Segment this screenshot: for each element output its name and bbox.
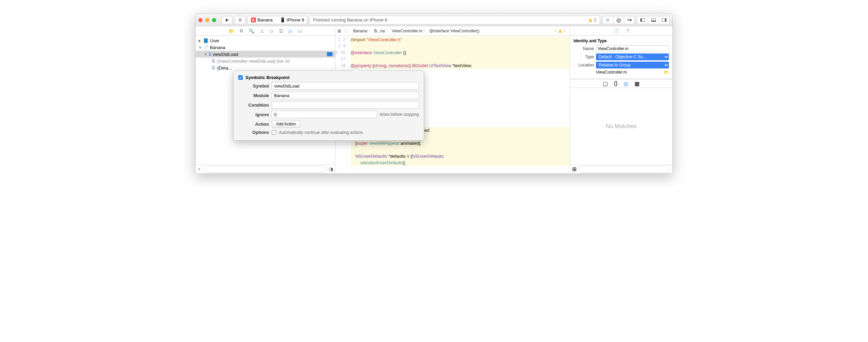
project-navigator-tab[interactable]: 📁 xyxy=(228,28,234,34)
action-label: Action xyxy=(238,122,269,127)
tree-row-breakpoint-item[interactable]: 𝚺 -[Deta... xyxy=(196,64,335,71)
tree-row-breakpoint-group[interactable]: ▼ 𝚺 viewDidLoad xyxy=(196,51,335,58)
path-value: ViewController.m xyxy=(596,70,627,75)
file-template-library-tab[interactable]: ▢ xyxy=(603,80,608,87)
run-button[interactable] xyxy=(222,16,233,24)
warning-icon xyxy=(558,29,562,33)
version-editor-button[interactable]: ↪ xyxy=(624,16,635,24)
condition-field[interactable] xyxy=(272,101,419,109)
app-icon: 🅰️ xyxy=(251,17,256,22)
toggle-debug-area-button[interactable] xyxy=(648,16,659,24)
pane-toggle-group xyxy=(637,16,670,24)
reveal-in-finder-icon[interactable]: 📁 xyxy=(664,70,669,75)
stop-button[interactable] xyxy=(235,16,245,24)
find-navigator-tab[interactable]: 🔍 xyxy=(249,28,254,34)
library-footer: ⊞ xyxy=(570,165,672,173)
options-text: Automatically continue after evaluating … xyxy=(279,130,363,135)
location-label: Location xyxy=(573,63,594,67)
toggle-utilities-button[interactable] xyxy=(659,16,670,24)
scheme-app-label: Banana xyxy=(257,17,273,22)
code-snippet-library-tab[interactable]: {} xyxy=(614,80,618,87)
breakpoint-enabled-checkbox[interactable] xyxy=(238,75,243,80)
section-title: Identity and Type xyxy=(573,38,669,43)
library-selector-bar: ▢ {} ◎ ▦ xyxy=(570,79,672,88)
add-action-button[interactable]: Add Action xyxy=(272,120,300,128)
jump-seg[interactable]: B...na xyxy=(374,29,385,33)
tree-row-user[interactable]: ▶ 📘 User xyxy=(196,37,335,44)
disclosure-icon[interactable]: ▼ xyxy=(204,52,207,56)
forward-issue-button[interactable]: 〉 xyxy=(564,28,568,34)
debug-navigator-tab[interactable]: ☰ xyxy=(279,28,283,34)
standard-editor-button[interactable]: ≡ xyxy=(602,16,613,24)
module-label: Module xyxy=(238,93,269,98)
related-items-icon[interactable]: ⊞ xyxy=(338,29,341,33)
tree-row-breakpoint-item[interactable]: 𝚺 -[ViewController viewDidLoad] line 10 xyxy=(196,58,335,64)
condition-label: Condition xyxy=(238,103,269,108)
symbol-icon: 𝚺 xyxy=(212,58,215,64)
library-filter-field[interactable] xyxy=(579,166,670,173)
symbol-navigator-tab[interactable]: ⧉ xyxy=(240,28,243,34)
type-select[interactable]: Default - Objective-C So... xyxy=(596,53,669,60)
scheme-device-label: iPhone 6 xyxy=(287,17,304,22)
file-inspector-tab[interactable]: 📄 xyxy=(613,28,619,34)
library-content: No Matches xyxy=(570,88,672,165)
warning-badge[interactable]: 2 xyxy=(588,18,596,22)
name-field[interactable] xyxy=(596,45,669,52)
assistant-editor-button[interactable]: ◎ xyxy=(613,16,624,24)
jump-seg[interactable]: Banana xyxy=(353,29,367,33)
breakpoint-enabled-indicator[interactable] xyxy=(327,52,333,56)
close-window-button[interactable] xyxy=(198,18,203,22)
titlebar: 🅰️ Banana 〉 📱 iPhone 6 Finished running … xyxy=(196,14,672,26)
left-panel-icon xyxy=(640,18,645,22)
tree-row-project[interactable]: ▼ 📄 Banana xyxy=(196,44,335,51)
symbol-field[interactable] xyxy=(272,82,419,90)
jump-bar[interactable]: ⊞ 〈 〉 Banana〉 B...na〉 ViewController.m〉 … xyxy=(335,26,570,36)
inspector-selector-bar: 📄 ? xyxy=(570,26,672,36)
jump-seg[interactable]: @interface ViewController() xyxy=(429,29,479,33)
jump-seg[interactable]: ViewController.m xyxy=(392,29,422,33)
play-icon xyxy=(226,18,229,22)
back-button[interactable]: 〈 xyxy=(342,28,346,34)
symbol-icon: 𝚺 xyxy=(209,51,211,57)
forward-button[interactable]: 〉 xyxy=(348,28,352,34)
view-mode-button[interactable]: ⊞ xyxy=(572,166,577,172)
navigator-selector-bar: 📁 ⧉ 🔍 ⚠ ◇ ☰ ▷ ▭ xyxy=(196,26,335,36)
zoom-window-button[interactable] xyxy=(212,18,216,22)
disclosure-icon[interactable]: ▼ xyxy=(198,46,202,49)
navigator-filter-field[interactable] xyxy=(203,166,327,173)
popover-title: Symbolic Breakpoint xyxy=(245,75,289,80)
name-label: Name xyxy=(573,46,594,51)
status-text: Finished running Banana on iPhone 6 xyxy=(313,17,387,22)
breakpoint-navigator-tab[interactable]: ▷ xyxy=(289,28,293,34)
object-library-tab[interactable]: ◎ xyxy=(624,80,628,87)
scheme-selector[interactable]: 🅰️ Banana 〉 📱 iPhone 6 xyxy=(248,16,307,24)
quick-help-tab[interactable]: ? xyxy=(627,28,629,34)
user-folder-icon: 📘 xyxy=(203,38,209,43)
back-issue-button[interactable]: 〈 xyxy=(553,28,557,34)
filter-scope-button[interactable]: ◨ xyxy=(329,167,333,172)
disclosure-icon[interactable]: ▶ xyxy=(198,39,202,43)
identity-and-type-section: Identity and Type Name Type Default - Ob… xyxy=(570,36,672,79)
activity-view: Finished running Banana on iPhone 6 2 xyxy=(309,16,600,25)
tree-label: -[ViewController viewDidLoad] line 10 xyxy=(216,59,290,64)
warning-count: 2 xyxy=(594,18,596,22)
editor-mode-group: ≡ ◎ ↪ xyxy=(602,16,635,24)
minimize-window-button[interactable] xyxy=(205,18,209,22)
issue-navigator-tab[interactable]: ⚠ xyxy=(260,28,264,34)
chevron-right-icon: 〉 xyxy=(274,17,279,23)
auto-continue-checkbox[interactable] xyxy=(272,130,276,135)
inspector-area: 📄 ? Identity and Type Name Type Default … xyxy=(570,26,672,173)
warning-icon xyxy=(588,18,593,22)
add-button[interactable]: + xyxy=(198,167,200,172)
module-field[interactable] xyxy=(272,92,419,99)
symbol-label: Symbol xyxy=(238,83,269,89)
tree-label: Banana xyxy=(210,45,225,50)
media-library-tab[interactable]: ▦ xyxy=(634,80,640,87)
ignore-count-field[interactable] xyxy=(272,111,377,118)
tree-label: viewDidLoad xyxy=(213,52,238,57)
report-navigator-tab[interactable]: ▭ xyxy=(298,28,302,34)
stop-icon xyxy=(239,18,242,21)
location-select[interactable]: Relative to Group xyxy=(596,62,669,68)
toggle-navigator-button[interactable] xyxy=(637,16,648,24)
test-navigator-tab[interactable]: ◇ xyxy=(270,28,273,34)
